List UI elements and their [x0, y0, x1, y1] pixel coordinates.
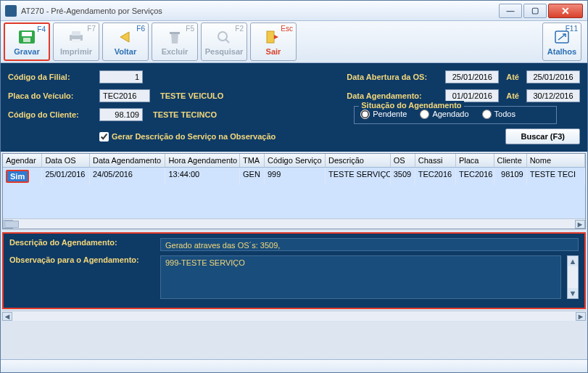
cell: TEC2016	[415, 168, 456, 185]
radio-pendente[interactable]: Pendente	[360, 110, 407, 119]
fkey-label: F5	[186, 25, 194, 33]
gerar-descricao-input[interactable]	[99, 132, 109, 142]
button-label: Pesquisar	[205, 47, 244, 56]
svg-rect-6	[170, 32, 180, 34]
gravar-button[interactable]: F4 Gravar	[4, 22, 50, 61]
radio-agendado[interactable]: Agendado	[420, 110, 468, 119]
svg-rect-1	[22, 32, 32, 36]
fkey-label: F11	[566, 25, 578, 33]
col-chassi[interactable]: Chassi	[415, 154, 456, 167]
svg-rect-5	[72, 39, 80, 43]
col-tma[interactable]: TMA	[240, 154, 265, 167]
button-label: Imprimir	[60, 47, 92, 56]
cell: 999	[265, 168, 326, 185]
col-placa[interactable]: Placa	[456, 154, 494, 167]
scroll-right-icon[interactable]: ►	[576, 312, 586, 321]
scroll-up-icon[interactable]: ▲	[568, 256, 578, 266]
fkey-label: F4	[37, 25, 46, 33]
placa-label: Placa do Veículo:	[8, 91, 95, 100]
ate-label: Até	[506, 91, 519, 100]
svg-rect-9	[267, 31, 274, 43]
cell: 24/05/2016	[90, 168, 165, 185]
col-nome[interactable]: Nome	[527, 154, 585, 167]
data-abertura-ate-input[interactable]	[526, 70, 580, 83]
cell: TESTE TECI	[527, 168, 585, 185]
placa-desc: TESTE VEICULO	[160, 91, 223, 100]
cell: 3509	[391, 168, 415, 185]
grid-body[interactable]: Sim 25/01/2016 24/05/2016 13:44:00 GEN 9…	[3, 168, 585, 218]
cell: TESTE SERVIÇO	[326, 168, 391, 185]
pesquisar-button[interactable]: F2 Pesquisar	[201, 22, 247, 61]
close-button[interactable]: ✕	[548, 4, 583, 18]
cell: TEC2016	[456, 168, 494, 185]
printer-icon	[66, 28, 86, 46]
filter-form: Código da Filial: Placa do Veículo: TEST…	[1, 63, 587, 152]
search-icon	[214, 28, 234, 46]
voltar-button[interactable]: F6 Voltar	[102, 22, 149, 61]
data-abertura-label: Data Abertura da OS:	[347, 73, 441, 81]
excluir-button[interactable]: F5 Excluir	[152, 22, 198, 61]
col-cod-serv[interactable]: Código Serviço	[265, 154, 326, 167]
col-data-agend[interactable]: Data Agendamento	[90, 154, 165, 167]
fkey-label: F2	[235, 25, 244, 33]
button-label: Excluir	[162, 47, 189, 56]
col-desc[interactable]: Descrição	[326, 154, 391, 167]
descricao-field[interactable]: Gerado atraves das OS´s: 3509,	[160, 238, 579, 251]
table-row[interactable]: Sim 25/01/2016 24/05/2016 13:44:00 GEN 9…	[3, 168, 585, 185]
placa-input[interactable]	[99, 89, 150, 102]
cell: GEN	[240, 168, 265, 185]
svg-rect-2	[23, 38, 30, 42]
button-label: Gravar	[14, 47, 39, 56]
maximize-button[interactable]: ▢	[523, 4, 547, 18]
cliente-label: Código do Cliente:	[8, 110, 95, 119]
buscar-button[interactable]: Buscar (F3)	[505, 128, 580, 144]
observacao-vscrollbar[interactable]: ▲ ▼	[567, 255, 579, 299]
trash-icon	[165, 28, 185, 46]
col-data-os[interactable]: Data OS	[42, 154, 90, 167]
col-hora[interactable]: Hora Agendamento	[165, 154, 240, 167]
button-label: Sair	[266, 47, 281, 56]
grid-hscrollbar[interactable]: ◄ ►	[3, 218, 585, 229]
data-agend-ate-input[interactable]	[526, 89, 580, 102]
scroll-right-icon[interactable]: ►	[575, 220, 585, 229]
scroll-down-icon[interactable]: ▼	[568, 288, 578, 298]
data-abertura-de-input[interactable]	[445, 70, 499, 83]
codigo-filial-label: Código da Filial:	[8, 73, 95, 81]
save-icon	[17, 28, 37, 46]
titlebar: AT270 - Pré-Agendamento por Serviços — ▢…	[1, 1, 587, 21]
col-cliente[interactable]: Cliente	[494, 154, 527, 167]
scroll-left-icon[interactable]: ◄	[2, 312, 12, 321]
app-window: AT270 - Pré-Agendamento por Serviços — ▢…	[0, 0, 588, 373]
fkey-label: F6	[136, 25, 145, 33]
observacao-field[interactable]: 999-TESTE SERVIÇO	[160, 255, 561, 299]
scroll-thumb[interactable]	[4, 221, 19, 228]
button-label: Atalhos	[547, 47, 576, 56]
descricao-label: Descrição do Agendamento:	[9, 238, 154, 247]
minimize-button[interactable]: —	[499, 4, 522, 18]
grid-header: Agendar Data OS Data Agendamento Hora Ag…	[3, 154, 585, 168]
cell: 25/01/2016	[42, 168, 90, 185]
statusbar	[1, 359, 587, 372]
situacao-groupbox: Situação do Agendamento Pendente Agendad…	[354, 106, 557, 124]
toolbar: F4 Gravar F7 Imprimir F6 Voltar F5 E	[1, 21, 587, 63]
results-grid: Agendar Data OS Data Agendamento Hora Ag…	[2, 153, 586, 229]
col-agendar[interactable]: Agendar	[3, 154, 42, 167]
data-agend-label: Data Agendamento:	[347, 91, 441, 100]
sair-button[interactable]: Esc Sair	[250, 22, 297, 61]
observacao-label: Observação para o Agendamento:	[9, 255, 154, 264]
svg-rect-4	[72, 31, 80, 36]
fkey-label: Esc	[281, 25, 293, 33]
imprimir-button[interactable]: F7 Imprimir	[53, 22, 99, 61]
cell: 13:44:00	[165, 168, 240, 185]
cliente-input[interactable]	[99, 108, 143, 121]
detail-panel: Descrição do Agendamento: Gerado atraves…	[2, 232, 586, 309]
col-os[interactable]: OS	[391, 154, 415, 167]
panel-hscrollbar[interactable]: ◄ ►	[2, 311, 586, 321]
atalhos-button[interactable]: F11 Atalhos	[542, 22, 581, 61]
codigo-filial-input[interactable]	[99, 70, 143, 83]
cliente-desc: TESTE TECINCO	[153, 110, 217, 119]
radio-todos[interactable]: Todos	[482, 110, 515, 119]
gerar-descricao-checkbox[interactable]: Gerar Descrição do Serviço na Observação	[99, 132, 276, 142]
button-label: Voltar	[115, 47, 136, 56]
agendar-cell[interactable]: Sim	[6, 170, 29, 183]
